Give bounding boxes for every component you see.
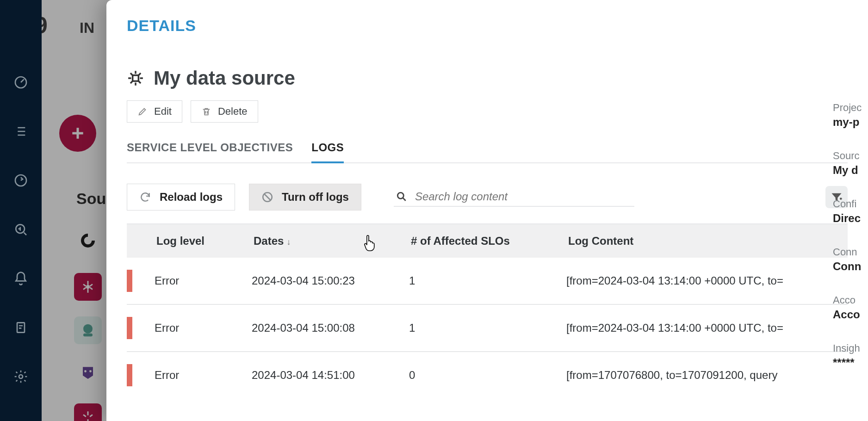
meta-config-label: Confi (833, 198, 868, 210)
col-content[interactable]: Log Content (566, 235, 848, 248)
tab-slo[interactable]: SERVICE LEVEL OBJECTIVES (127, 141, 293, 162)
meta-insight-label: Insigh (833, 342, 868, 354)
cell-date: 2024-03-04 14:51:00 (252, 369, 409, 382)
pencil-icon (137, 106, 148, 117)
brand-section: IN (80, 19, 94, 37)
nav-analyze-icon[interactable] (12, 221, 29, 238)
data-source-icon (127, 69, 144, 87)
cell-content: [from=2024-03-04 13:14:00 +0000 UTC, to= (566, 322, 848, 334)
meta-account-value: Acco (833, 308, 868, 321)
edit-button-label: Edit (154, 105, 172, 118)
turn-off-logs-label: Turn off logs (282, 191, 349, 204)
cell-date: 2024-03-04 15:00:23 (252, 274, 409, 287)
sources-heading: Sou (76, 190, 106, 208)
reload-logs-label: Reload logs (160, 191, 223, 204)
cell-date: 2024-03-04 15:00:08 (252, 322, 409, 334)
cell-level: Error (155, 369, 252, 382)
table-row[interactable]: Error 2024-03-04 15:00:08 1 [from=2024-0… (127, 305, 848, 352)
disable-icon (261, 191, 273, 203)
svg-point-6 (83, 324, 93, 334)
col-affected[interactable]: # of Affected SLOs (409, 235, 566, 248)
error-indicator (127, 317, 132, 339)
cell-content: [from=1707076800, to=1707091200, query (566, 369, 848, 382)
svg-rect-10 (133, 75, 139, 81)
reload-icon (139, 191, 151, 203)
col-log-level[interactable]: Log level (155, 235, 252, 248)
error-indicator (127, 364, 132, 386)
sort-down-icon: ↓ (286, 237, 291, 247)
turn-off-logs-button[interactable]: Turn off logs (249, 184, 361, 210)
meta-conn-value: Conn (833, 260, 868, 273)
svg-point-12 (397, 192, 403, 198)
nav-bell-icon[interactable] (12, 270, 29, 287)
error-indicator (127, 270, 132, 292)
cell-level: Error (155, 274, 252, 287)
svg-point-9 (89, 370, 92, 372)
meta-project-value: my-p (833, 116, 868, 129)
delete-button-label: Delete (218, 105, 248, 118)
page-title: My data source (154, 67, 295, 89)
meta-panel: Projec my-p Sourc My d Confi Direc Conn … (831, 102, 868, 369)
meta-conn-label: Conn (833, 246, 868, 258)
svg-point-5 (87, 285, 89, 288)
table-row[interactable]: Error 2024-03-04 14:51:00 0 [from=170707… (127, 352, 848, 398)
search-icon (396, 191, 408, 203)
source-chip-5[interactable] (74, 403, 102, 421)
edit-button[interactable]: Edit (127, 100, 182, 123)
col-dates[interactable]: Dates↓ (252, 235, 409, 248)
meta-source-value: My d (833, 164, 868, 177)
details-panel: DETAILS My data source Edit (106, 0, 868, 421)
cell-affected: 0 (409, 369, 566, 382)
source-chip-3[interactable] (74, 316, 102, 344)
svg-point-8 (84, 370, 87, 372)
table-header: Log level Dates↓ # of Affected SLOs Log … (127, 224, 848, 258)
nav-list-icon[interactable] (12, 123, 29, 140)
search-input[interactable] (415, 190, 632, 203)
search-field[interactable] (394, 187, 634, 207)
delete-button[interactable]: Delete (191, 100, 258, 123)
source-chip-4[interactable] (74, 360, 102, 388)
nav-target-icon[interactable] (12, 172, 29, 189)
details-tab-label[interactable]: DETAILS (127, 17, 848, 35)
table-row[interactable]: Error 2024-03-04 15:00:23 1 [from=2024-0… (127, 258, 848, 305)
reload-logs-button[interactable]: Reload logs (127, 184, 235, 210)
svg-point-4 (19, 375, 23, 378)
cell-content: [from=2024-03-04 13:14:00 +0000 UTC, to= (566, 274, 848, 287)
source-chip-1[interactable] (74, 227, 102, 254)
add-fab-button[interactable] (59, 115, 96, 152)
cell-level: Error (155, 322, 252, 334)
trash-icon (201, 106, 211, 117)
meta-project-label: Projec (833, 102, 868, 114)
nav-clipboard-icon[interactable] (12, 319, 29, 336)
meta-source-label: Sourc (833, 150, 868, 162)
main-sidebar (0, 0, 42, 421)
svg-rect-7 (83, 334, 93, 337)
meta-insight-value: ***** (833, 356, 868, 369)
meta-account-label: Acco (833, 294, 868, 306)
source-chip-2[interactable] (74, 273, 102, 301)
cell-affected: 1 (409, 274, 566, 287)
cell-affected: 1 (409, 322, 566, 334)
meta-config-value: Direc (833, 212, 868, 225)
logs-table: Log level Dates↓ # of Affected SLOs Log … (127, 223, 848, 398)
nav-dashboard-icon[interactable] (12, 74, 29, 91)
nav-settings-icon[interactable] (12, 368, 29, 385)
tab-logs[interactable]: LOGS (311, 141, 344, 163)
